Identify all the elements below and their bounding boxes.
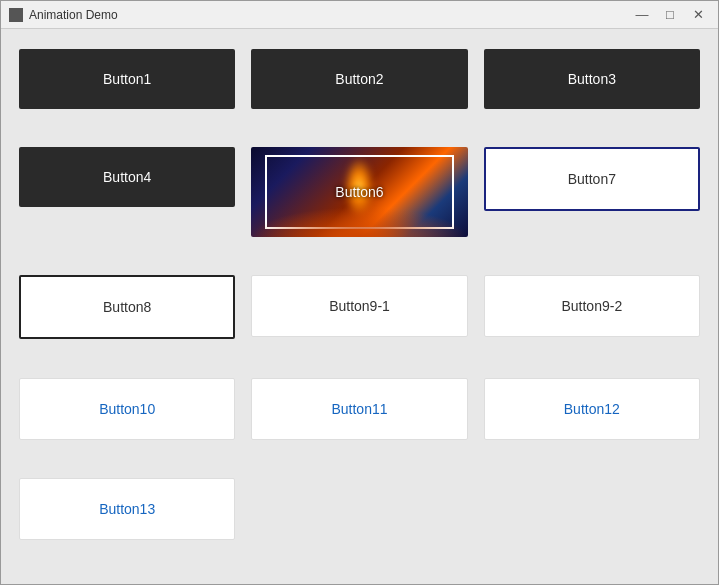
minimize-button[interactable]: — — [630, 5, 654, 25]
button4[interactable]: Button4 — [19, 147, 235, 207]
button6[interactable]: Button6 — [251, 147, 467, 237]
maximize-button[interactable]: □ — [658, 5, 682, 25]
button1[interactable]: Button1 — [19, 49, 235, 109]
button9-1[interactable]: Button9-1 — [251, 275, 467, 337]
window-controls: — □ ✕ — [630, 5, 710, 25]
app-icon — [9, 8, 23, 22]
button12[interactable]: Button12 — [484, 378, 700, 440]
window-title: Animation Demo — [29, 8, 118, 22]
main-window: Animation Demo — □ ✕ Button1 Button2 But… — [0, 0, 719, 585]
button-grid: Button1 Button2 Button3 Button4 Button6 … — [1, 29, 718, 584]
button9-2[interactable]: Button9-2 — [484, 275, 700, 337]
button7[interactable]: Button7 — [484, 147, 700, 211]
button2[interactable]: Button2 — [251, 49, 467, 109]
button10[interactable]: Button10 — [19, 378, 235, 440]
button11[interactable]: Button11 — [251, 378, 467, 440]
title-bar-left: Animation Demo — [9, 8, 118, 22]
button13[interactable]: Button13 — [19, 478, 235, 540]
button8[interactable]: Button8 — [19, 275, 235, 339]
button3[interactable]: Button3 — [484, 49, 700, 109]
title-bar: Animation Demo — □ ✕ — [1, 1, 718, 29]
close-button[interactable]: ✕ — [686, 5, 710, 25]
button6-background: Button6 — [251, 147, 467, 237]
button6-label: Button6 — [335, 184, 383, 200]
